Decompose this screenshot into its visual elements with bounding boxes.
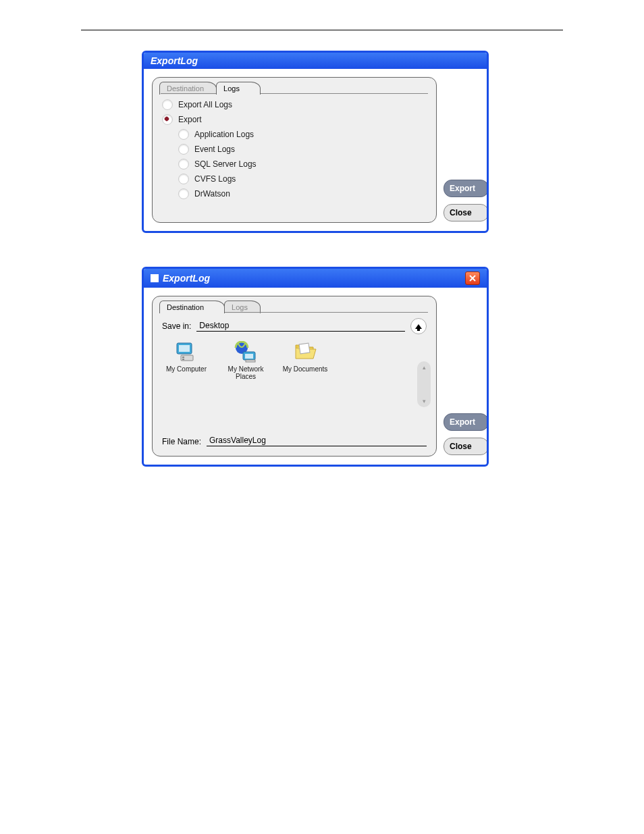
item-label: My Network Places (221, 365, 270, 380)
app-icon (151, 274, 159, 282)
titlebar: ExportLog (144, 269, 487, 288)
radio-icon (178, 159, 189, 170)
radio-sql-logs[interactable]: SQL Server Logs (178, 159, 427, 170)
radio-icon (178, 129, 189, 140)
radio-label: Export All Logs (178, 100, 232, 109)
computer-icon (174, 341, 198, 363)
up-folder-button[interactable] (410, 318, 427, 334)
exportlog-dialog-destination: ExportLog Destination Logs Sav (142, 267, 489, 467)
svg-rect-10 (246, 360, 255, 362)
up-arrow-icon (415, 324, 422, 329)
titlebar: ExportLog (144, 53, 487, 69)
radio-label: Event Logs (194, 145, 235, 154)
close-button[interactable]: Close (444, 204, 489, 221)
page-top-rule (81, 30, 563, 30)
network-icon (234, 341, 258, 363)
item-my-network-places[interactable]: My Network Places (221, 341, 270, 380)
tabbed-panel: Destination Logs Export All Logs Export (152, 77, 437, 223)
svg-rect-3 (179, 345, 190, 352)
radio-icon (178, 144, 189, 155)
export-button[interactable]: Export (444, 413, 489, 431)
close-button[interactable]: Close (444, 438, 489, 455)
radio-application-logs[interactable]: Application Logs (178, 129, 427, 140)
radio-label: CVFS Logs (194, 174, 236, 184)
export-button[interactable]: Export (444, 180, 489, 197)
radio-label: Application Logs (194, 130, 254, 139)
tab-logs[interactable]: Logs (216, 82, 261, 95)
tabbed-panel: Destination Logs Save in: Desktop (152, 296, 437, 457)
x-icon (469, 275, 476, 282)
tab-destination[interactable]: Destination (159, 301, 225, 313)
radio-drwatson[interactable]: DrWatson (178, 188, 427, 199)
folder-browser: My Computer My Network Place (162, 341, 427, 422)
radio-label: DrWatson (194, 189, 230, 199)
dialog-title: ExportLog (151, 55, 198, 66)
savein-dropdown[interactable]: Desktop (196, 321, 405, 332)
item-my-documents[interactable]: My Documents (281, 341, 329, 373)
radio-icon (178, 174, 189, 184)
close-icon[interactable] (465, 271, 480, 285)
item-my-computer[interactable]: My Computer (162, 341, 211, 373)
item-label: My Computer (162, 365, 211, 373)
filename-input[interactable]: GrassValleyLog (207, 436, 427, 446)
filename-label: File Name: (162, 437, 201, 446)
radio-icon (162, 99, 173, 110)
radio-export[interactable]: Export (162, 114, 427, 125)
svg-rect-11 (299, 343, 310, 354)
radio-cvfs-logs[interactable]: CVFS Logs (178, 174, 427, 184)
scroll-up-icon: ▴ (423, 364, 426, 371)
svg-rect-5 (182, 357, 184, 358)
item-label: My Documents (281, 365, 329, 373)
radio-label: SQL Server Logs (194, 159, 257, 169)
radio-label: Export (178, 115, 202, 124)
savein-label: Save in: (162, 321, 191, 331)
folder-open-icon (293, 341, 317, 363)
scroll-down-icon: ▾ (423, 398, 426, 405)
exportlog-dialog-logs: ExportLog Destination Logs Export All Lo… (142, 51, 489, 233)
radio-icon (178, 188, 189, 199)
radio-export-all[interactable]: Export All Logs (162, 99, 427, 110)
radio-icon (162, 114, 173, 125)
dialog-title: ExportLog (163, 273, 210, 284)
svg-rect-9 (245, 354, 253, 359)
scrollbar[interactable]: ▴ ▾ (417, 361, 431, 407)
radio-event-logs[interactable]: Event Logs (178, 144, 427, 155)
svg-rect-6 (182, 359, 184, 360)
